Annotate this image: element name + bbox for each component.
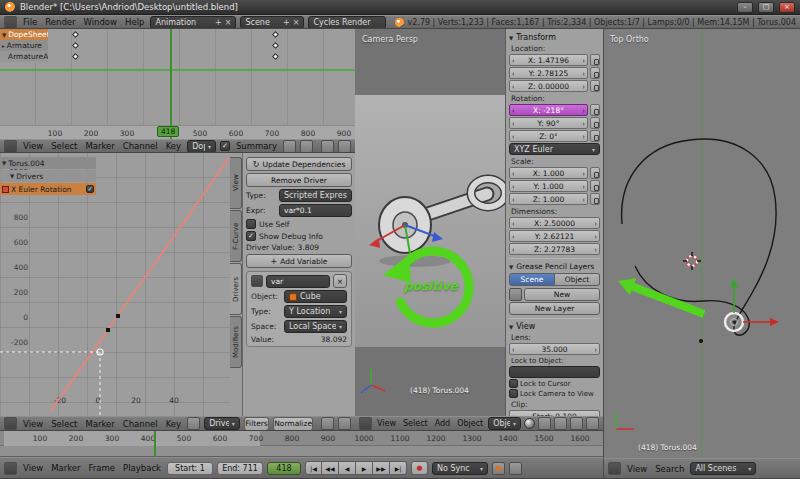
menu-window[interactable]: Window [82,17,120,27]
delete-scene-icon[interactable]: × [293,18,300,27]
rotation-z-field[interactable]: Z: 0° [509,130,588,142]
remove-driver-button[interactable]: Remove Driver [246,173,352,187]
menu-channel[interactable]: Channel [121,419,160,429]
menu-help[interactable]: Help [123,17,146,27]
curve-keyframe[interactable] [116,314,120,318]
scale-x-field[interactable]: X: 1.000 [509,167,588,179]
gp-new-layer-button[interactable]: New Layer [509,302,600,315]
lock-camera-checkbox[interactable] [509,389,518,398]
scene-selector[interactable]: Scene + × [240,16,304,29]
location-y-field[interactable]: Y: 2.78125 [509,67,588,79]
keyframe-diamond[interactable] [272,31,279,38]
render-camera-icon[interactable] [586,417,599,430]
dimension-y-field[interactable]: Y: 2.62121 [509,230,600,242]
editor-type-dopesheet-icon[interactable] [4,140,17,153]
channel-armature-action[interactable]: ArmatureAction [0,51,48,62]
lock-icon[interactable] [590,193,600,205]
graph-editor-canvas[interactable]: 1200 1000 800 600 400 200 0 -200 -20 0 2… [0,153,230,416]
add-scene-icon[interactable]: + [283,18,290,27]
variable-name-input[interactable]: var [266,275,330,288]
current-frame-field[interactable]: 418 [267,462,301,475]
motion-path-curve[interactable] [622,139,776,335]
editor-type-3dview-icon[interactable] [359,417,372,430]
normalize-button[interactable]: Normalize [273,417,313,431]
dimension-x-field[interactable]: X: 2.50000 [509,217,600,229]
minimize-button[interactable]: – [737,2,753,13]
dimension-z-field[interactable]: Z: 2.27783 [509,243,600,255]
screen-layout-selector[interactable]: Animation + × [150,16,236,29]
top-viewport[interactable]: Top Ortho (418) Torus.004 [603,29,800,458]
keyframe-diamond[interactable] [72,42,79,49]
channel-drivers[interactable]: ▼ Drivers [0,170,96,182]
editor-type-graph-icon[interactable] [4,417,17,430]
add-layout-icon[interactable]: + [215,18,222,27]
menu-view[interactable]: View [375,419,398,428]
menu-select[interactable]: Select [401,419,430,428]
collapse-icon[interactable]: ▼ [10,173,14,179]
filters-button[interactable]: Filters [244,417,269,431]
render-engine-selector[interactable]: Cycles Render [308,16,386,29]
outliner-display-selector[interactable]: All Scenes ▾ [690,462,756,475]
delete-layout-icon[interactable]: × [225,18,232,27]
tab-fcurve[interactable]: F-Curve [230,210,242,262]
menu-file[interactable]: File [21,17,39,27]
menu-select[interactable]: Select [49,141,79,151]
tab-drivers[interactable]: Drivers [230,263,242,315]
play-button[interactable]: ▶ [356,461,373,475]
collapse-icon[interactable]: ▼ [509,264,513,270]
scale-z-field[interactable]: Z: 1.000 [509,193,588,205]
menu-marker[interactable]: Marker [83,141,116,151]
collapse-icon[interactable]: ▼ [509,35,513,41]
menu-channel[interactable]: Channel [121,141,160,151]
tab-modifiers[interactable]: Modifiers [230,316,242,368]
timeline-track[interactable] [0,446,603,457]
tab-view[interactable]: View [230,157,242,209]
lock-to-cursor-checkbox[interactable] [509,379,518,388]
play-reverse-button[interactable]: ◀ [339,461,356,475]
lock-icon[interactable] [590,67,600,79]
rotation-mode-selector[interactable]: XYZ Euler▾ [509,143,600,155]
expression-input[interactable]: var*0.1 [279,204,352,217]
prev-keyframe-button[interactable]: ◀◀ [322,461,339,475]
menu-search[interactable]: Search [653,464,686,474]
editor-type-timeline-icon[interactable] [4,462,17,475]
pivot-point-icon[interactable] [321,417,334,430]
graph-mode-selector[interactable]: Drivers ▾ [204,417,240,430]
menu-key[interactable]: Key [164,419,183,429]
menu-key[interactable]: Key [164,141,183,151]
menu-frame[interactable]: Frame [87,463,117,473]
keyframe-diamond[interactable] [72,53,79,60]
lock-object-selector[interactable] [509,366,600,378]
editor-type-info-icon[interactable] [4,16,17,29]
channel-dopesheet-summary[interactable]: ▼ DopeSheet Summary [0,29,48,40]
dope-sheet-canvas[interactable]: 100 200 300 400 500 600 700 800 900 418 … [0,29,355,139]
lock-icon[interactable] [590,130,600,142]
use-self-checkbox[interactable] [246,219,256,229]
menu-render[interactable]: Render [43,17,77,27]
gp-tab-object[interactable]: Object [555,273,600,286]
update-dependencies-button[interactable]: ↻Update Dependencies [246,157,352,171]
mode-selector[interactable]: Object Mode ▾ [488,417,521,430]
current-frame-line[interactable] [154,431,156,457]
variable-type-icon[interactable] [251,275,263,287]
object-selector[interactable]: Cube [284,290,347,303]
search-filter-icon[interactable] [283,140,296,153]
channel-enable-checkbox[interactable]: ✓ [86,185,94,193]
summary-toggle-label[interactable]: Summary [234,141,279,151]
menu-view[interactable]: View [21,141,45,151]
space-selector[interactable]: Local Space▾ [284,320,347,333]
curve-keyframe[interactable] [106,328,110,332]
channel-type-selector[interactable]: Y Location▾ [284,305,347,318]
delete-variable-button[interactable]: × [333,274,347,288]
next-keyframe-button[interactable]: ▶▶ [373,461,390,475]
driver-curve[interactable] [50,158,229,412]
menu-select[interactable]: Select [49,419,79,429]
collapse-icon[interactable]: ▼ [2,32,6,38]
show-debug-checkbox[interactable]: ✓ [246,231,256,241]
keyframe-diamond[interactable] [72,31,79,38]
jump-to-start-button[interactable]: |◀ [305,461,322,475]
add-variable-button[interactable]: +Add Variable [246,254,352,268]
ghost-icon[interactable] [187,417,200,430]
location-x-field[interactable]: X: 1.47196 [509,54,588,66]
menu-view[interactable]: View [21,463,45,473]
